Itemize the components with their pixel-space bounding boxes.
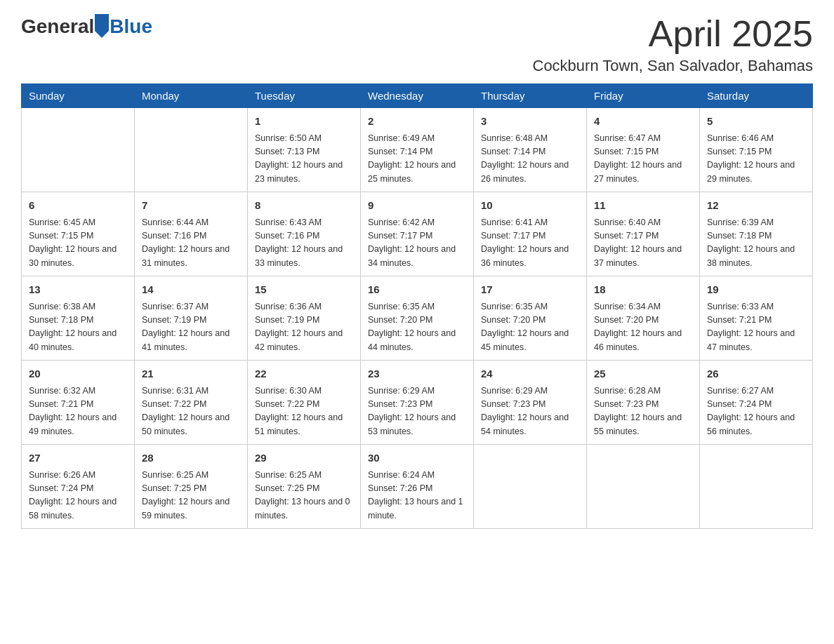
day-info: Sunrise: 6:34 AMSunset: 7:20 PMDaylight:…	[594, 300, 692, 355]
calendar-cell: 23Sunrise: 6:29 AMSunset: 7:23 PMDayligh…	[361, 361, 474, 445]
calendar-cell: 4Sunrise: 6:47 AMSunset: 7:15 PMDaylight…	[587, 108, 700, 192]
day-number: 4	[594, 114, 692, 130]
day-info: Sunrise: 6:45 AMSunset: 7:15 PMDaylight:…	[29, 216, 127, 271]
day-info: Sunrise: 6:28 AMSunset: 7:23 PMDaylight:…	[594, 384, 692, 439]
day-info: Sunrise: 6:43 AMSunset: 7:16 PMDaylight:…	[255, 216, 353, 271]
day-number: 26	[707, 366, 805, 382]
calendar-cell: 21Sunrise: 6:31 AMSunset: 7:22 PMDayligh…	[135, 361, 248, 445]
calendar-cell: 17Sunrise: 6:35 AMSunset: 7:20 PMDayligh…	[474, 276, 587, 361]
day-info: Sunrise: 6:41 AMSunset: 7:17 PMDaylight:…	[481, 216, 579, 271]
day-number: 5	[707, 114, 805, 130]
day-info: Sunrise: 6:29 AMSunset: 7:23 PMDaylight:…	[368, 384, 466, 439]
calendar-cell	[22, 108, 135, 192]
day-info: Sunrise: 6:27 AMSunset: 7:24 PMDaylight:…	[707, 384, 805, 439]
day-number: 23	[368, 366, 466, 382]
calendar-cell: 30Sunrise: 6:24 AMSunset: 7:26 PMDayligh…	[361, 445, 474, 529]
calendar-cell: 11Sunrise: 6:40 AMSunset: 7:17 PMDayligh…	[587, 192, 700, 276]
day-number: 14	[142, 282, 240, 298]
day-info: Sunrise: 6:38 AMSunset: 7:18 PMDaylight:…	[29, 300, 127, 355]
day-info: Sunrise: 6:30 AMSunset: 7:22 PMDaylight:…	[255, 384, 353, 439]
calendar-cell	[474, 445, 587, 529]
day-number: 17	[481, 282, 579, 298]
calendar-cell: 10Sunrise: 6:41 AMSunset: 7:17 PMDayligh…	[474, 192, 587, 276]
calendar-cell: 18Sunrise: 6:34 AMSunset: 7:20 PMDayligh…	[587, 276, 700, 361]
calendar-cell: 24Sunrise: 6:29 AMSunset: 7:23 PMDayligh…	[474, 361, 587, 445]
day-number: 12	[707, 198, 805, 214]
day-number: 15	[255, 282, 353, 298]
day-number: 6	[29, 198, 127, 214]
weekday-header-monday: Monday	[135, 84, 248, 108]
weekday-header-friday: Friday	[587, 84, 700, 108]
calendar-cell: 26Sunrise: 6:27 AMSunset: 7:24 PMDayligh…	[700, 361, 813, 445]
day-number: 13	[29, 282, 127, 298]
calendar-cell: 6Sunrise: 6:45 AMSunset: 7:15 PMDaylight…	[22, 192, 135, 276]
day-number: 22	[255, 366, 353, 382]
weekday-header-wednesday: Wednesday	[361, 84, 474, 108]
day-number: 10	[481, 198, 579, 214]
logo: General Blue	[21, 14, 152, 38]
calendar-cell: 7Sunrise: 6:44 AMSunset: 7:16 PMDaylight…	[135, 192, 248, 276]
calendar-cell: 5Sunrise: 6:46 AMSunset: 7:15 PMDaylight…	[700, 108, 813, 192]
weekday-header-sunday: Sunday	[22, 84, 135, 108]
day-number: 18	[594, 282, 692, 298]
day-info: Sunrise: 6:37 AMSunset: 7:19 PMDaylight:…	[142, 300, 240, 355]
calendar-cell: 3Sunrise: 6:48 AMSunset: 7:14 PMDaylight…	[474, 108, 587, 192]
day-number: 1	[255, 114, 353, 130]
day-number: 21	[142, 366, 240, 382]
calendar-table: SundayMondayTuesdayWednesdayThursdayFrid…	[21, 83, 813, 529]
day-info: Sunrise: 6:25 AMSunset: 7:25 PMDaylight:…	[255, 469, 353, 523]
day-info: Sunrise: 6:44 AMSunset: 7:16 PMDaylight:…	[142, 216, 240, 271]
calendar-cell: 9Sunrise: 6:42 AMSunset: 7:17 PMDaylight…	[361, 192, 474, 276]
day-info: Sunrise: 6:46 AMSunset: 7:15 PMDaylight:…	[707, 132, 805, 187]
day-info: Sunrise: 6:35 AMSunset: 7:20 PMDaylight:…	[368, 300, 466, 355]
calendar-cell: 19Sunrise: 6:33 AMSunset: 7:21 PMDayligh…	[700, 276, 813, 361]
calendar-cell: 25Sunrise: 6:28 AMSunset: 7:23 PMDayligh…	[587, 361, 700, 445]
day-number: 9	[368, 198, 466, 214]
day-number: 20	[29, 366, 127, 382]
weekday-header-row: SundayMondayTuesdayWednesdayThursdayFrid…	[22, 84, 813, 108]
location-title: Cockburn Town, San Salvador, Bahamas	[533, 57, 814, 75]
day-number: 27	[29, 450, 127, 467]
day-info: Sunrise: 6:49 AMSunset: 7:14 PMDaylight:…	[368, 132, 466, 187]
calendar-week-row: 20Sunrise: 6:32 AMSunset: 7:21 PMDayligh…	[22, 361, 813, 445]
calendar-cell: 8Sunrise: 6:43 AMSunset: 7:16 PMDaylight…	[248, 192, 361, 276]
day-number: 3	[481, 114, 579, 130]
day-info: Sunrise: 6:47 AMSunset: 7:15 PMDaylight:…	[594, 132, 692, 187]
calendar-cell: 1Sunrise: 6:50 AMSunset: 7:13 PMDaylight…	[248, 108, 361, 192]
calendar-week-row: 1Sunrise: 6:50 AMSunset: 7:13 PMDaylight…	[22, 108, 813, 192]
title-section: April 2025 Cockburn Town, San Salvador, …	[533, 14, 814, 75]
day-number: 29	[255, 450, 353, 467]
day-info: Sunrise: 6:48 AMSunset: 7:14 PMDaylight:…	[481, 132, 579, 187]
svg-marker-0	[95, 14, 109, 38]
day-info: Sunrise: 6:33 AMSunset: 7:21 PMDaylight:…	[707, 300, 805, 355]
calendar-cell: 28Sunrise: 6:25 AMSunset: 7:25 PMDayligh…	[135, 445, 248, 529]
day-info: Sunrise: 6:40 AMSunset: 7:17 PMDaylight:…	[594, 216, 692, 271]
calendar-cell: 13Sunrise: 6:38 AMSunset: 7:18 PMDayligh…	[22, 276, 135, 361]
calendar-cell	[700, 445, 813, 529]
calendar-week-row: 6Sunrise: 6:45 AMSunset: 7:15 PMDaylight…	[22, 192, 813, 276]
calendar-cell	[587, 445, 700, 529]
calendar-cell: 12Sunrise: 6:39 AMSunset: 7:18 PMDayligh…	[700, 192, 813, 276]
day-info: Sunrise: 6:39 AMSunset: 7:18 PMDaylight:…	[707, 216, 805, 271]
calendar-cell: 22Sunrise: 6:30 AMSunset: 7:22 PMDayligh…	[248, 361, 361, 445]
page-header: General Blue April 2025 Cockburn Town, S…	[21, 14, 813, 75]
calendar-cell: 14Sunrise: 6:37 AMSunset: 7:19 PMDayligh…	[135, 276, 248, 361]
calendar-week-row: 27Sunrise: 6:26 AMSunset: 7:24 PMDayligh…	[22, 445, 813, 529]
day-number: 11	[594, 198, 692, 214]
month-title: April 2025	[533, 14, 814, 54]
day-number: 16	[368, 282, 466, 298]
calendar-cell: 29Sunrise: 6:25 AMSunset: 7:25 PMDayligh…	[248, 445, 361, 529]
logo-general-text: General	[21, 15, 94, 38]
day-info: Sunrise: 6:26 AMSunset: 7:24 PMDaylight:…	[29, 469, 127, 523]
calendar-cell: 2Sunrise: 6:49 AMSunset: 7:14 PMDaylight…	[361, 108, 474, 192]
day-number: 8	[255, 198, 353, 214]
day-info: Sunrise: 6:36 AMSunset: 7:19 PMDaylight:…	[255, 300, 353, 355]
day-info: Sunrise: 6:24 AMSunset: 7:26 PMDaylight:…	[368, 469, 466, 523]
day-number: 24	[481, 366, 579, 382]
calendar-cell: 16Sunrise: 6:35 AMSunset: 7:20 PMDayligh…	[361, 276, 474, 361]
day-number: 25	[594, 366, 692, 382]
day-info: Sunrise: 6:29 AMSunset: 7:23 PMDaylight:…	[481, 384, 579, 439]
weekday-header-saturday: Saturday	[700, 84, 813, 108]
day-number: 30	[368, 450, 466, 467]
calendar-week-row: 13Sunrise: 6:38 AMSunset: 7:18 PMDayligh…	[22, 276, 813, 361]
